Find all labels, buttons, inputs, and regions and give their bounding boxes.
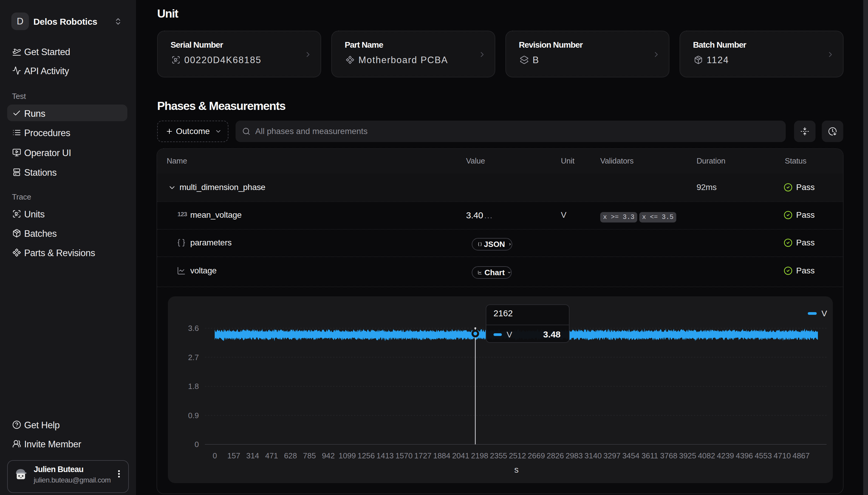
svg-text:3297: 3297	[603, 451, 621, 460]
svg-text:942: 942	[322, 451, 334, 460]
svg-text:1.8: 1.8	[188, 382, 199, 391]
svg-text:157: 157	[227, 451, 240, 460]
svg-text:2198: 2198	[471, 451, 488, 460]
svg-text:3768: 3768	[660, 451, 677, 460]
svg-text:1413: 1413	[376, 451, 394, 460]
svg-text:314: 314	[246, 451, 259, 460]
svg-text:2512: 2512	[509, 451, 526, 460]
svg-text:3611: 3611	[641, 451, 658, 460]
svg-text:1884: 1884	[433, 451, 451, 460]
svg-text:4553: 4553	[755, 451, 772, 460]
svg-text:0: 0	[213, 451, 217, 460]
svg-text:3925: 3925	[679, 451, 696, 460]
svg-text:3454: 3454	[622, 451, 640, 460]
svg-text:1570: 1570	[395, 451, 413, 460]
svg-text:2041: 2041	[452, 451, 469, 460]
svg-text:3140: 3140	[585, 451, 602, 460]
svg-text:3.6: 3.6	[188, 324, 199, 333]
svg-text:0: 0	[195, 440, 199, 449]
svg-text:V: V	[821, 309, 827, 318]
svg-text:4239: 4239	[717, 451, 734, 460]
svg-text:1727: 1727	[414, 451, 431, 460]
svg-text:785: 785	[303, 451, 316, 460]
svg-text:2669: 2669	[528, 451, 545, 460]
svg-text:4710: 4710	[773, 451, 791, 460]
svg-text:0.9: 0.9	[188, 411, 199, 420]
svg-text:2826: 2826	[546, 451, 564, 460]
svg-text:s: s	[514, 465, 519, 475]
svg-text:1256: 1256	[358, 451, 375, 460]
svg-text:2983: 2983	[566, 451, 583, 460]
svg-text:2355: 2355	[490, 451, 507, 460]
svg-text:4082: 4082	[698, 451, 715, 460]
svg-text:4396: 4396	[736, 451, 753, 460]
svg-text:2.7: 2.7	[188, 353, 199, 362]
svg-text:628: 628	[284, 451, 297, 460]
svg-text:1099: 1099	[339, 451, 356, 460]
svg-text:4867: 4867	[792, 451, 810, 460]
svg-text:471: 471	[265, 451, 278, 460]
